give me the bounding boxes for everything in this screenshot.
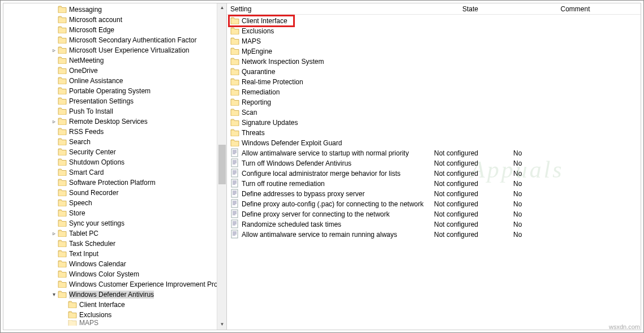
- list-item[interactable]: Exclusions: [227, 26, 641, 36]
- tree-item[interactable]: ▹Remote Desktop Services: [3, 116, 226, 127]
- list-item[interactable]: Quarantine: [227, 67, 641, 77]
- tree-item[interactable]: RSS Feeds: [3, 127, 226, 137]
- tree-item[interactable]: Security Center: [3, 147, 226, 157]
- list-item[interactable]: MpEngine: [227, 46, 641, 57]
- tree-item-label: Push To Install: [69, 107, 113, 115]
- list-item[interactable]: Turn off Windows Defender AntivirusNot c…: [227, 158, 641, 168]
- list-item[interactable]: Allow antimalware service to remain runn…: [227, 230, 641, 240]
- tree-item[interactable]: MAPS: [3, 320, 226, 326]
- list-item[interactable]: Real-time Protection: [227, 77, 641, 87]
- column-headers[interactable]: Setting State Comment: [227, 3, 641, 15]
- folder-icon: [58, 87, 67, 96]
- list-item[interactable]: Signature Updates: [227, 118, 641, 128]
- scroll-up-icon[interactable]: ▲: [217, 3, 227, 13]
- setting-name: Turn off routine remediation: [242, 180, 325, 188]
- scroll-thumb[interactable]: [218, 145, 226, 184]
- tree-item-label: Shutdown Options: [69, 158, 124, 166]
- tree-item[interactable]: Windows Calendar: [3, 259, 226, 269]
- tree-item[interactable]: NetMeeting: [3, 55, 226, 66]
- tree-item[interactable]: Search: [3, 137, 226, 147]
- scroll-down-icon[interactable]: ▼: [217, 320, 227, 330]
- tree-item[interactable]: Presentation Settings: [3, 96, 226, 106]
- settings-list[interactable]: Client InterfaceExclusionsMAPSMpEngineNe…: [227, 15, 641, 240]
- list-item[interactable]: Configure local administrator merge beha…: [227, 168, 641, 179]
- tree-item[interactable]: Shutdown Options: [3, 157, 226, 167]
- list-item[interactable]: Turn off routine remediationNot configur…: [227, 179, 641, 189]
- tree-item-label: Remote Desktop Services: [69, 118, 148, 126]
- folder-icon: [58, 5, 67, 15]
- list-item[interactable]: Define proxy server for connecting to th…: [227, 209, 641, 219]
- tree-scrollbar[interactable]: ▲ ▼: [217, 3, 226, 330]
- tree-item[interactable]: Store: [3, 208, 226, 218]
- tree-item[interactable]: Microsoft account: [3, 15, 226, 25]
- list-item[interactable]: Allow antimalware service to startup wit…: [227, 148, 641, 158]
- tree-item[interactable]: Exclusions: [3, 310, 226, 320]
- setting-state: Not configured: [431, 200, 510, 208]
- tree-item-label: Online Assistance: [69, 77, 123, 85]
- setting-name: Randomize scheduled task times: [242, 220, 341, 228]
- folder-icon: [230, 67, 239, 77]
- tree-item[interactable]: Text Input: [3, 249, 226, 259]
- policy-icon: [230, 199, 239, 210]
- setting-comment: No: [510, 231, 641, 239]
- col-header-comment[interactable]: Comment: [510, 5, 641, 13]
- tree-item[interactable]: ▹Microsoft User Experience Virtualizatio…: [3, 45, 226, 55]
- folder-icon: [68, 300, 77, 310]
- tree-item[interactable]: Microsoft Secondary Authentication Facto…: [3, 35, 226, 45]
- tree-item[interactable]: Messaging: [3, 5, 226, 15]
- tree-item[interactable]: Online Assistance: [3, 76, 226, 86]
- list-item[interactable]: Network Inspection System: [227, 57, 641, 67]
- setting-name: Define proxy auto-config (.pac) for conn…: [242, 200, 424, 208]
- setting-name: Configure local administrator merge beha…: [242, 170, 401, 178]
- tree-item[interactable]: OneDrive: [3, 66, 226, 76]
- chevron-right-icon[interactable]: ▹: [50, 230, 58, 237]
- setting-state: Not configured: [431, 210, 510, 218]
- list-item[interactable]: Remediation: [227, 87, 641, 97]
- tree-item[interactable]: Software Protection Platform: [3, 178, 226, 188]
- setting-name: Define addresses to bypass proxy server: [242, 190, 364, 198]
- tree-item[interactable]: Task Scheduler: [3, 239, 226, 249]
- setting-state: Not configured: [431, 159, 510, 167]
- tree-item-label: Software Protection Platform: [69, 179, 156, 187]
- window-frame: MessagingMicrosoft accountMicrosoft Edge…: [0, 0, 644, 333]
- tree-item[interactable]: Sync your settings: [3, 218, 226, 228]
- tree-item[interactable]: Portable Operating System: [3, 86, 226, 96]
- folder-icon: [58, 117, 67, 127]
- folder-icon: [58, 107, 67, 116]
- chevron-right-icon[interactable]: ▹: [50, 118, 58, 126]
- chevron-right-icon[interactable]: ▹: [50, 46, 58, 54]
- setting-state: Not configured: [431, 231, 510, 239]
- tree[interactable]: MessagingMicrosoft accountMicrosoft Edge…: [3, 3, 226, 330]
- tree-item-label: OneDrive: [69, 67, 98, 75]
- col-header-state[interactable]: State: [431, 5, 510, 13]
- folder-icon: [58, 137, 67, 147]
- list-item[interactable]: Threats: [227, 128, 641, 138]
- list-item[interactable]: Define addresses to bypass proxy serverN…: [227, 189, 641, 199]
- tree-item[interactable]: Client Interface: [3, 300, 226, 310]
- folder-icon: [230, 139, 239, 148]
- list-item[interactable]: Randomize scheduled task timesNot config…: [227, 219, 641, 230]
- tree-item[interactable]: Microsoft Edge: [3, 25, 226, 35]
- tree-item[interactable]: ▹Tablet PC: [3, 228, 226, 239]
- col-header-setting[interactable]: Setting: [227, 5, 431, 13]
- tree-item[interactable]: Windows Color System: [3, 269, 226, 279]
- tree-item[interactable]: ▾Windows Defender Antivirus: [3, 289, 226, 300]
- tree-item[interactable]: Smart Card: [3, 167, 226, 178]
- tree-item-label: NetMeeting: [69, 57, 104, 64]
- tree-item[interactable]: Push To Install: [3, 106, 226, 116]
- tree-item[interactable]: Sound Recorder: [3, 188, 226, 198]
- folder-icon: [230, 27, 239, 36]
- list-item[interactable]: Scan: [227, 107, 641, 118]
- chevron-down-icon[interactable]: ▾: [50, 291, 58, 299]
- tree-item-label: Windows Calendar: [69, 260, 126, 268]
- list-item[interactable]: Client Interface: [227, 16, 641, 26]
- folder-icon: [230, 57, 239, 67]
- list-item[interactable]: Define proxy auto-config (.pac) for conn…: [227, 199, 641, 209]
- list-item[interactable]: MAPS: [227, 36, 641, 46]
- folder-icon: [68, 320, 77, 326]
- tree-item[interactable]: Speech: [3, 198, 226, 208]
- tree-item[interactable]: Windows Customer Experience Improvement …: [3, 279, 226, 289]
- list-item[interactable]: Reporting: [227, 97, 641, 107]
- list-item[interactable]: Windows Defender Exploit Guard: [227, 138, 641, 148]
- folder-icon: [230, 98, 239, 107]
